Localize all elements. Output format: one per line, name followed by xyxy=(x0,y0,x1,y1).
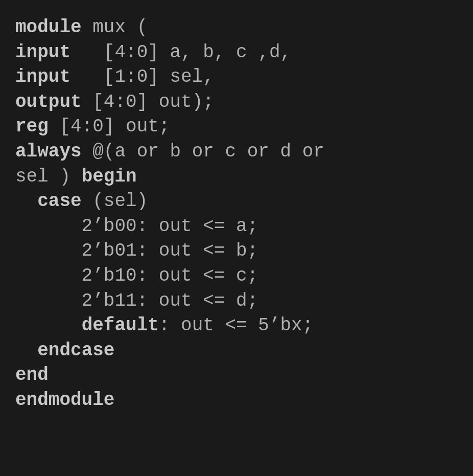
code-line: 2’b00: out <= a; xyxy=(15,214,458,239)
code-text: [4:0] out; xyxy=(49,116,170,137)
code-text: 2’b00: out <= a; xyxy=(15,216,258,237)
code-editor: module mux (input [4:0] a, b, c ,d,input… xyxy=(0,0,473,476)
keyword: reg xyxy=(15,116,49,137)
code-text: 2’b01: out <= b; xyxy=(15,240,258,261)
code-text xyxy=(15,315,82,336)
keyword: module xyxy=(15,17,82,38)
code-text: (sel) xyxy=(82,191,148,212)
code-line: end xyxy=(15,363,458,388)
keyword: output xyxy=(15,92,82,112)
code-text: 2’b11: out <= d; xyxy=(15,290,258,311)
keyword: begin xyxy=(82,166,137,187)
code-text: [4:0] a, b, c ,d, xyxy=(70,42,291,63)
code-text xyxy=(15,191,37,212)
code-line: endmodule xyxy=(15,388,458,413)
code-text: mux ( xyxy=(82,17,148,38)
code-line: case (sel) xyxy=(15,189,458,214)
keyword: endcase xyxy=(37,340,114,361)
code-line: reg [4:0] out; xyxy=(15,115,458,140)
keyword: default xyxy=(82,315,159,336)
code-line: 2’b01: out <= b; xyxy=(15,239,458,264)
keyword: end xyxy=(15,365,49,386)
code-text: [1:0] sel, xyxy=(70,66,214,87)
code-line: input [4:0] a, b, c ,d, xyxy=(15,40,458,65)
keyword: input xyxy=(15,42,70,63)
keyword: case xyxy=(37,191,81,212)
code-text: @(a or b or c or d or xyxy=(82,141,324,162)
keyword: input xyxy=(15,66,70,87)
code-line: sel ) begin xyxy=(15,165,458,190)
code-text: [4:0] out); xyxy=(82,92,214,112)
code-line: endcase xyxy=(15,338,458,364)
code-line: output [4:0] out); xyxy=(15,90,458,115)
code-line: 2’b10: out <= c; xyxy=(15,264,458,289)
code-text: 2’b10: out <= c; xyxy=(15,265,258,286)
keyword: endmodule xyxy=(15,390,114,411)
code-line: 2’b11: out <= d; xyxy=(15,289,458,314)
code-line: default: out <= 5’bx; xyxy=(15,313,458,338)
code-text xyxy=(15,340,37,361)
code-text: : out <= 5’bx; xyxy=(159,315,313,336)
code-text: sel ) xyxy=(15,166,82,187)
code-line: input [1:0] sel, xyxy=(15,65,458,90)
code-line: always @(a or b or c or d or xyxy=(15,140,458,165)
keyword: always xyxy=(15,141,82,162)
code-line: module mux ( xyxy=(15,15,458,40)
